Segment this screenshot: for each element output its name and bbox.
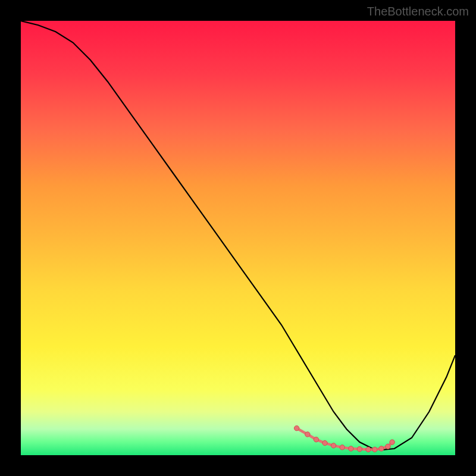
marker-dot bbox=[331, 443, 336, 448]
marker-dot bbox=[379, 446, 384, 451]
watermark-text: TheBottleneck.com bbox=[367, 5, 469, 18]
chart-svg bbox=[21, 21, 455, 455]
marker-dot bbox=[372, 447, 377, 452]
curve-line bbox=[21, 21, 455, 450]
marker-dot bbox=[340, 445, 345, 450]
marker-dot bbox=[386, 444, 390, 449]
marker-dot bbox=[357, 447, 362, 452]
marker-dot bbox=[349, 446, 353, 451]
chart-plot-area bbox=[21, 21, 455, 455]
marker-dots bbox=[294, 426, 394, 452]
marker-dot bbox=[314, 437, 318, 442]
marker-dot bbox=[322, 440, 327, 445]
marker-dot bbox=[305, 432, 310, 437]
marker-dot bbox=[294, 426, 299, 431]
marker-dot bbox=[390, 440, 394, 444]
marker-dot bbox=[366, 447, 371, 452]
